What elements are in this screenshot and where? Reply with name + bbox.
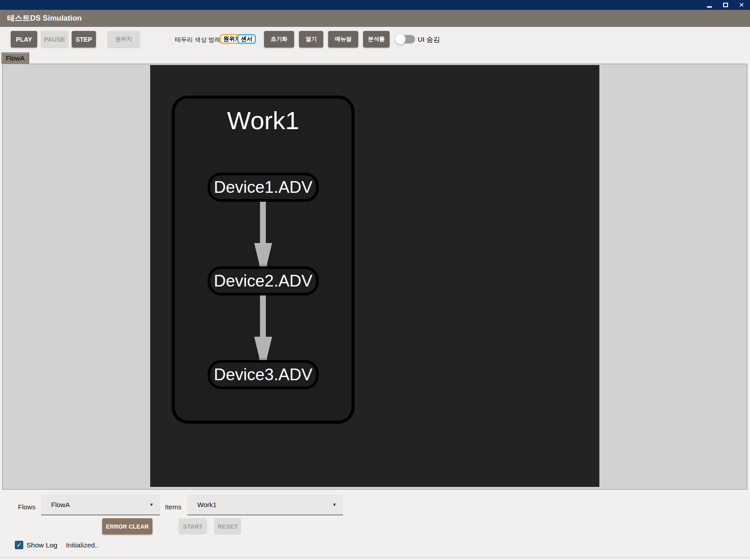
node-device2-label: Device2.ADV bbox=[214, 272, 312, 291]
tab-flowa[interactable]: FlowA bbox=[1, 52, 29, 64]
node-device2[interactable]: Device2.ADV bbox=[208, 266, 319, 295]
chevron-down-icon: ▼ bbox=[332, 502, 337, 507]
window-controls: ✕ bbox=[704, 0, 746, 10]
pause-button[interactable]: PAUSE bbox=[41, 31, 68, 48]
arrow-head-icon bbox=[254, 243, 272, 266]
flows-select-value: FlowA bbox=[51, 495, 70, 515]
flows-label: Flows bbox=[18, 503, 35, 511]
toolbar: PLAY PAUSE STEP 원위치 테두리 색상 범례 원위치 센서 초기화… bbox=[0, 27, 750, 52]
maximize-icon bbox=[723, 3, 728, 7]
items-label: Items bbox=[165, 503, 182, 511]
app-title: 테스트DS Simulation bbox=[0, 10, 82, 27]
toggle-knob-icon bbox=[395, 34, 406, 44]
legend-badge-sensor: 센서 bbox=[237, 34, 256, 44]
start-button[interactable]: START bbox=[178, 518, 207, 534]
step-button[interactable]: STEP bbox=[72, 31, 96, 48]
flow-arrow-1 bbox=[253, 202, 273, 266]
bottom-divider bbox=[0, 557, 750, 558]
show-log-label: Show Log bbox=[26, 541, 57, 549]
checkmark-icon: ✓ bbox=[17, 541, 22, 548]
reset-button[interactable]: RESET bbox=[214, 518, 241, 534]
node-device1[interactable]: Device1.ADV bbox=[208, 173, 319, 202]
show-log-checkbox[interactable]: ✓ bbox=[15, 541, 23, 549]
flow-arrow-2 bbox=[253, 295, 273, 360]
work-group-label: Work1 bbox=[175, 106, 351, 135]
chevron-down-icon: ▼ bbox=[149, 502, 154, 507]
ui-hide-label: UI 숨김 bbox=[418, 35, 440, 44]
canvas-viewport[interactable]: Work1 Device1.ADV Device2.ADV Device3.AD… bbox=[2, 64, 747, 490]
arrow-head-icon bbox=[254, 337, 272, 360]
close-icon: ✕ bbox=[739, 0, 744, 10]
error-clear-button[interactable]: ERROR CLEAR bbox=[102, 518, 152, 534]
initialize-button[interactable]: 초기화 bbox=[264, 31, 294, 48]
manual-button[interactable]: 매뉴얼 bbox=[328, 31, 358, 48]
border-color-legend-label: 테두리 색상 범례 bbox=[175, 36, 221, 44]
node-device3-label: Device3.ADV bbox=[214, 365, 312, 384]
ui-hide-toggle[interactable] bbox=[396, 35, 415, 43]
home-position-button[interactable]: 원위치 bbox=[108, 31, 140, 48]
close-button[interactable]: ✕ bbox=[737, 0, 746, 10]
items-select[interactable]: Work1 ▼ bbox=[187, 495, 343, 515]
arrow-shaft bbox=[260, 295, 266, 337]
maximize-button[interactable] bbox=[720, 0, 730, 10]
minimize-button[interactable] bbox=[704, 0, 714, 10]
analysis-tool-button[interactable]: 분석툴 bbox=[363, 31, 390, 48]
items-select-value: Work1 bbox=[197, 495, 217, 515]
node-device1-label: Device1.ADV bbox=[214, 178, 312, 197]
minimize-icon bbox=[707, 6, 712, 8]
app-header: 테스트DS Simulation bbox=[0, 10, 750, 27]
arrow-shaft bbox=[260, 202, 266, 243]
node-device3[interactable]: Device3.ADV bbox=[208, 360, 319, 389]
status-text: Initialized.. bbox=[66, 541, 99, 549]
open-button[interactable]: 열기 bbox=[299, 31, 323, 48]
play-button[interactable]: PLAY bbox=[11, 31, 37, 48]
flows-select[interactable]: FlowA ▼ bbox=[41, 495, 160, 515]
bottom-panel: Flows FlowA ▼ Items Work1 ▼ ERROR CLEAR … bbox=[0, 490, 750, 560]
diagram-scene[interactable]: Work1 Device1.ADV Device2.ADV Device3.AD… bbox=[150, 65, 599, 487]
titlebar: ✕ bbox=[0, 0, 750, 10]
